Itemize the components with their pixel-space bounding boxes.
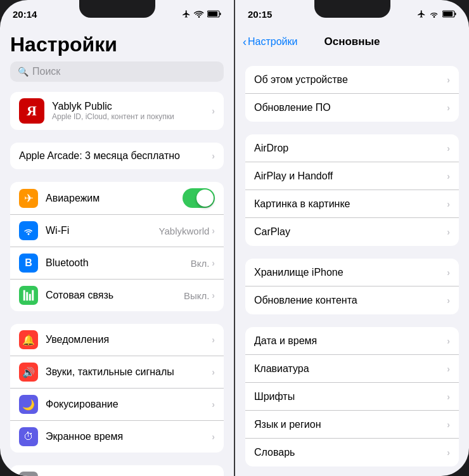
wifi-value: Yablykworld › [159, 226, 215, 236]
bluetooth-chevron: › [212, 258, 215, 268]
battery-status-icon [207, 10, 221, 18]
wifi-status-icon [194, 10, 204, 18]
airplay-handoff-label: AirPlay и Handoff [254, 170, 333, 182]
yablyk-name: Yablyk Public [52, 101, 212, 112]
nav-bar: ‹ Настройки Основные [235, 28, 469, 56]
airplay-handoff-row[interactable]: AirPlay и Handoff › [245, 162, 459, 190]
airdrop-chevron: › [447, 143, 450, 153]
about-device-chevron: › [447, 75, 450, 85]
left-notch [79, 0, 155, 18]
screen-time-row[interactable]: ⏱ Экранное время › [10, 421, 224, 453]
right-status-icons [417, 10, 456, 18]
wifi-icon [19, 221, 38, 240]
datetime-section: Дата и время › Клавиатура › Шрифты › Язы… [245, 327, 459, 466]
arcade-banner[interactable]: Apple Arcade: 3 месяца бесплатно › [10, 143, 224, 169]
cellular-row[interactable]: Сотовая связь Выкл. › [10, 280, 224, 311]
bluetooth-row[interactable]: B Bluetooth Вкл. › [10, 247, 224, 280]
arcade-text: Apple Arcade: 3 месяца бесплатно [19, 150, 180, 162]
general-row[interactable]: ⚙ Основные › [10, 465, 224, 476]
right-battery-icon [442, 10, 456, 18]
about-device-row[interactable]: Об этом устройстве › [245, 66, 459, 94]
bluetooth-label: Bluetooth [46, 257, 89, 268]
left-status-icons [182, 10, 221, 18]
yablyk-section: Я Yablyk Public Apple ID, iCloud, контен… [10, 92, 224, 130]
pip-label: Картинка в картинке [254, 198, 350, 210]
software-update-label: Обновление ПО [254, 102, 331, 113]
airdrop-row[interactable]: AirDrop › [245, 134, 459, 162]
focus-label: Фокусирование [46, 399, 119, 410]
yablyk-row[interactable]: Я Yablyk Public Apple ID, iCloud, контен… [10, 92, 224, 130]
airplay-handoff-chevron: › [447, 171, 450, 181]
yablyk-chevron: › [212, 106, 215, 116]
general-section: ⚙ Основные › ⊞ Пункт управления › [10, 465, 224, 476]
content-update-row[interactable]: Обновление контента › [245, 286, 459, 314]
wifi-chevron: › [212, 226, 215, 236]
left-status-time: 20:14 [13, 9, 37, 20]
bluetooth-icon: B [19, 254, 38, 273]
sounds-chevron: › [212, 367, 215, 377]
software-update-row[interactable]: Обновление ПО › [245, 94, 459, 122]
back-button[interactable]: ‹ Настройки [243, 35, 297, 49]
dictionary-chevron: › [447, 447, 450, 458]
carplay-chevron: › [447, 227, 450, 237]
settings-title: Настройки [0, 28, 234, 61]
dictionary-row[interactable]: Словарь › [245, 439, 459, 466]
left-phone: 20:14 Настройки 🔍 Поиск Я Yablyk Public … [0, 0, 234, 476]
general-icon: ⚙ [19, 472, 38, 476]
right-phone: 20:15 ‹ Настройки Основные Об этом устро… [234, 0, 469, 476]
sounds-icon: 🔊 [19, 363, 38, 382]
svg-rect-2 [220, 13, 221, 15]
language-label: Язык и регион [254, 419, 321, 430]
toggle-knob [196, 190, 214, 207]
fonts-chevron: › [447, 392, 450, 402]
about-device-label: Об этом устройстве [254, 74, 348, 86]
language-chevron: › [447, 420, 450, 430]
device-section: Об этом устройстве › Обновление ПО › [245, 66, 459, 122]
fonts-row[interactable]: Шрифты › [245, 383, 459, 411]
storage-section: Хранилище iPhone › Обновление контента › [245, 259, 459, 314]
notifications-section: 🔔 Уведомления › 🔊 Звуки, тактильные сигн… [10, 324, 224, 453]
airplane-label: Авиарежим [46, 193, 100, 203]
arcade-chevron: › [212, 151, 215, 161]
storage-chevron: › [447, 267, 450, 278]
yablyk-content: Yablyk Public Apple ID, iCloud, контент … [52, 101, 212, 121]
focus-row[interactable]: 🌙 Фокусирование › [10, 389, 224, 421]
datetime-row[interactable]: Дата и время › [245, 327, 459, 355]
search-placeholder: Поиск [32, 66, 60, 77]
carplay-label: CarPlay [254, 226, 290, 238]
svg-rect-5 [455, 13, 456, 15]
airplane-row[interactable]: ✈ Авиарежим [10, 182, 224, 215]
sounds-label: Звуки, тактильные сигналы [46, 366, 174, 378]
fonts-label: Шрифты [254, 391, 295, 402]
keyboard-row[interactable]: Клавиатура › [245, 355, 459, 383]
airplane-icon: ✈ [19, 189, 38, 208]
pip-row[interactable]: Картинка в картинке › [245, 190, 459, 218]
keyboard-label: Клавиатура [254, 363, 309, 375]
keyboard-chevron: › [447, 364, 450, 374]
language-row[interactable]: Язык и регион › [245, 411, 459, 439]
screen-time-icon: ⏱ [19, 427, 38, 446]
airplane-status-icon [182, 10, 191, 18]
notifications-label: Уведомления [46, 334, 109, 345]
airdrop-label: AirDrop [254, 143, 288, 154]
nav-title: Основные [324, 35, 380, 48]
left-screen: Настройки 🔍 Поиск Я Yablyk Public Apple … [0, 28, 234, 476]
sounds-row[interactable]: 🔊 Звуки, тактильные сигналы › [10, 356, 224, 389]
carplay-row[interactable]: CarPlay › [245, 218, 459, 246]
pip-chevron: › [447, 199, 450, 209]
storage-label: Хранилище iPhone [254, 267, 344, 278]
cellular-icon [19, 286, 38, 305]
wifi-row[interactable]: Wi-Fi Yablykworld › [10, 215, 224, 247]
yablyk-icon: Я [19, 98, 44, 124]
screen-time-chevron: › [212, 432, 215, 442]
notifications-row[interactable]: 🔔 Уведомления › [10, 324, 224, 356]
search-icon: 🔍 [18, 67, 29, 77]
notifications-chevron: › [212, 335, 215, 345]
storage-row[interactable]: Хранилище iPhone › [245, 259, 459, 286]
left-status-bar: 20:14 [0, 0, 234, 28]
search-bar[interactable]: 🔍 Поиск [10, 61, 224, 82]
cellular-content: Сотовая связь [46, 290, 184, 301]
svg-rect-4 [443, 11, 453, 16]
software-update-chevron: › [447, 103, 450, 113]
airplane-toggle[interactable] [183, 188, 215, 208]
